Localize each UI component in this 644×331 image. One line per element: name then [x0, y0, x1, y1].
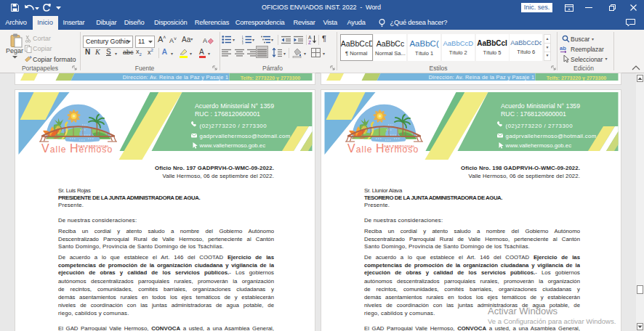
svg-text:Valle Hermoso: Valle Hermoso [41, 142, 113, 155]
svg-text:ab: ab [560, 45, 566, 52]
svg-text:Valle Hermoso: Valle Hermoso [347, 142, 419, 155]
svg-text:gadprvallehermoso@hotmail.com: gadprvallehermoso@hotmail.com [505, 133, 596, 139]
svg-text:3: 3 [242, 41, 243, 45]
svg-text:Dirección: Av. Reina de la Paz: Dirección: Av. Reina de la Paz y Pasaje … [122, 74, 228, 81]
svg-text:Acuerdo Ministerial N° 1359: Acuerdo Ministerial N° 1359 [501, 102, 580, 110]
svg-text:A: A [203, 37, 207, 44]
svg-text:RUC : 1768120600001: RUC : 1768120600001 [195, 110, 260, 118]
svg-text:Acuerdo Ministerial N° 1359: Acuerdo Ministerial N° 1359 [195, 102, 274, 110]
svg-text:gadprvallehermoso@hotmail.com: gadprvallehermoso@hotmail.com [199, 133, 290, 139]
svg-text:Dirección: Av. Reina de la Paz: Dirección: Av. Reina de la Paz y Pasaje … [428, 74, 534, 81]
svg-text:Telfs: 2773220 y 2773300: Telfs: 2773220 y 2773300 [240, 75, 299, 81]
svg-text:RUC : 1768120600001: RUC : 1768120600001 [501, 110, 566, 118]
svg-text:www.vallehermoso.gob.ec: www.vallehermoso.gob.ec [198, 142, 265, 149]
svg-text:Z: Z [308, 40, 311, 45]
svg-text:Telfs: 2773220 y 2773300: Telfs: 2773220 y 2773300 [546, 75, 605, 81]
svg-text:A: A [308, 35, 312, 40]
svg-text:(02)2773220 / 2773300: (02)2773220 / 2773300 [199, 123, 267, 129]
svg-text:(02)2773220 / 2773300: (02)2773220 / 2773300 [505, 123, 573, 129]
svg-text:www.vallehermoso.gob.ec: www.vallehermoso.gob.ec [504, 142, 571, 149]
